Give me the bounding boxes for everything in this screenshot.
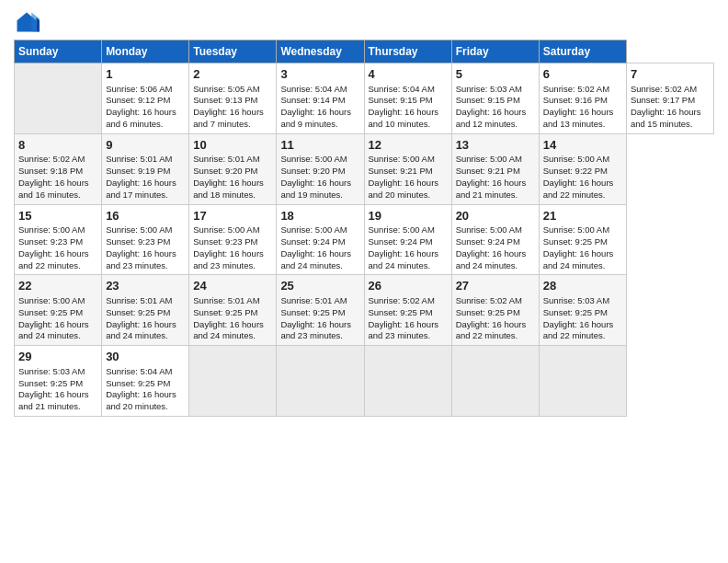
- calendar-cell: 25Sunrise: 5:01 AMSunset: 9:25 PMDayligh…: [277, 275, 364, 346]
- calendar-cell: 7Sunrise: 5:02 AMSunset: 9:17 PMDaylight…: [626, 63, 713, 134]
- calendar-cell: [189, 346, 277, 417]
- col-header-monday: Monday: [102, 40, 189, 63]
- logo-icon: [14, 9, 40, 35]
- col-header-thursday: Thursday: [364, 40, 451, 63]
- day-number: 4: [369, 66, 448, 83]
- col-header-friday: Friday: [451, 40, 539, 63]
- day-number: 18: [280, 208, 359, 224]
- day-number: 27: [456, 278, 535, 294]
- calendar-cell: [451, 346, 539, 417]
- calendar-cell: 28Sunrise: 5:03 AMSunset: 9:25 PMDayligh…: [539, 275, 626, 346]
- day-number: 28: [543, 278, 622, 294]
- calendar-cell: 4Sunrise: 5:04 AMSunset: 9:15 PMDaylight…: [364, 63, 451, 134]
- calendar-cell: [15, 63, 102, 134]
- day-number: 24: [193, 278, 272, 294]
- calendar-cell: 15Sunrise: 5:00 AMSunset: 9:23 PMDayligh…: [15, 204, 102, 275]
- day-number: 30: [106, 349, 185, 365]
- calendar-cell: 8Sunrise: 5:02 AMSunset: 9:18 PMDaylight…: [15, 133, 102, 204]
- calendar-cell: 21Sunrise: 5:00 AMSunset: 9:25 PMDayligh…: [539, 204, 626, 275]
- page-container: SundayMondayTuesdayWednesdayThursdayFrid…: [0, 0, 728, 426]
- day-number: 5: [456, 66, 535, 83]
- calendar-cell: 14Sunrise: 5:00 AMSunset: 9:22 PMDayligh…: [539, 133, 626, 204]
- day-number: 1: [106, 66, 185, 83]
- calendar-cell: 24Sunrise: 5:01 AMSunset: 9:25 PMDayligh…: [189, 275, 277, 346]
- calendar-cell: 27Sunrise: 5:02 AMSunset: 9:25 PMDayligh…: [451, 275, 539, 346]
- day-number: 15: [18, 208, 97, 224]
- logo: [14, 9, 43, 35]
- day-number: 12: [369, 137, 448, 154]
- calendar-cell: [277, 346, 364, 417]
- day-number: 16: [106, 208, 185, 224]
- day-number: 20: [456, 208, 535, 224]
- week-row-4: 22Sunrise: 5:00 AMSunset: 9:25 PMDayligh…: [15, 275, 714, 346]
- day-number: 7: [631, 66, 710, 83]
- calendar-cell: 6Sunrise: 5:02 AMSunset: 9:16 PMDaylight…: [539, 63, 626, 134]
- calendar-cell: 2Sunrise: 5:05 AMSunset: 9:13 PMDaylight…: [189, 63, 277, 134]
- calendar-cell: 17Sunrise: 5:00 AMSunset: 9:23 PMDayligh…: [189, 204, 277, 275]
- calendar-cell: 13Sunrise: 5:00 AMSunset: 9:21 PMDayligh…: [451, 133, 539, 204]
- day-number: 21: [543, 208, 622, 224]
- day-number: 26: [369, 278, 448, 294]
- calendar-cell: 12Sunrise: 5:00 AMSunset: 9:21 PMDayligh…: [364, 133, 451, 204]
- day-number: 13: [456, 137, 535, 154]
- calendar-cell: 5Sunrise: 5:03 AMSunset: 9:15 PMDaylight…: [451, 63, 539, 134]
- day-number: 10: [193, 137, 272, 154]
- week-row-3: 15Sunrise: 5:00 AMSunset: 9:23 PMDayligh…: [15, 204, 714, 275]
- calendar-cell: 10Sunrise: 5:01 AMSunset: 9:20 PMDayligh…: [189, 133, 277, 204]
- calendar-table: SundayMondayTuesdayWednesdayThursdayFrid…: [14, 40, 714, 417]
- calendar-cell: 11Sunrise: 5:00 AMSunset: 9:20 PMDayligh…: [277, 133, 364, 204]
- day-number: 17: [193, 208, 272, 224]
- col-header-sunday: Sunday: [15, 40, 102, 63]
- day-number: 3: [280, 66, 359, 83]
- calendar-cell: 16Sunrise: 5:00 AMSunset: 9:23 PMDayligh…: [102, 204, 189, 275]
- day-number: 9: [106, 137, 185, 154]
- calendar-cell: 3Sunrise: 5:04 AMSunset: 9:14 PMDaylight…: [277, 63, 364, 134]
- header: [14, 9, 714, 35]
- calendar-cell: 20Sunrise: 5:00 AMSunset: 9:24 PMDayligh…: [451, 204, 539, 275]
- calendar-cell: 9Sunrise: 5:01 AMSunset: 9:19 PMDaylight…: [102, 133, 189, 204]
- day-number: 23: [106, 278, 185, 294]
- calendar-cell: 30Sunrise: 5:04 AMSunset: 9:25 PMDayligh…: [102, 346, 189, 417]
- calendar-cell: 19Sunrise: 5:00 AMSunset: 9:24 PMDayligh…: [364, 204, 451, 275]
- week-row-2: 8Sunrise: 5:02 AMSunset: 9:18 PMDaylight…: [15, 133, 714, 204]
- day-number: 6: [543, 66, 622, 83]
- calendar-cell: 23Sunrise: 5:01 AMSunset: 9:25 PMDayligh…: [102, 275, 189, 346]
- day-number: 19: [369, 208, 448, 224]
- col-header-tuesday: Tuesday: [189, 40, 277, 63]
- day-number: 2: [193, 66, 272, 83]
- calendar-cell: 18Sunrise: 5:00 AMSunset: 9:24 PMDayligh…: [277, 204, 364, 275]
- calendar-cell: 29Sunrise: 5:03 AMSunset: 9:25 PMDayligh…: [15, 346, 102, 417]
- calendar-cell: 22Sunrise: 5:00 AMSunset: 9:25 PMDayligh…: [15, 275, 102, 346]
- day-number: 8: [18, 137, 97, 154]
- calendar-cell: 26Sunrise: 5:02 AMSunset: 9:25 PMDayligh…: [364, 275, 451, 346]
- col-header-saturday: Saturday: [539, 40, 626, 63]
- calendar-cell: [539, 346, 626, 417]
- day-number: 14: [543, 137, 622, 154]
- week-row-1: 1Sunrise: 5:06 AMSunset: 9:12 PMDaylight…: [15, 63, 714, 134]
- calendar-cell: 1Sunrise: 5:06 AMSunset: 9:12 PMDaylight…: [102, 63, 189, 134]
- week-row-5: 29Sunrise: 5:03 AMSunset: 9:25 PMDayligh…: [15, 346, 714, 417]
- day-number: 11: [280, 137, 359, 154]
- day-number: 22: [18, 278, 97, 294]
- day-number: 29: [18, 349, 97, 365]
- day-number: 25: [280, 278, 359, 294]
- col-header-wednesday: Wednesday: [277, 40, 364, 63]
- calendar-cell: [364, 346, 451, 417]
